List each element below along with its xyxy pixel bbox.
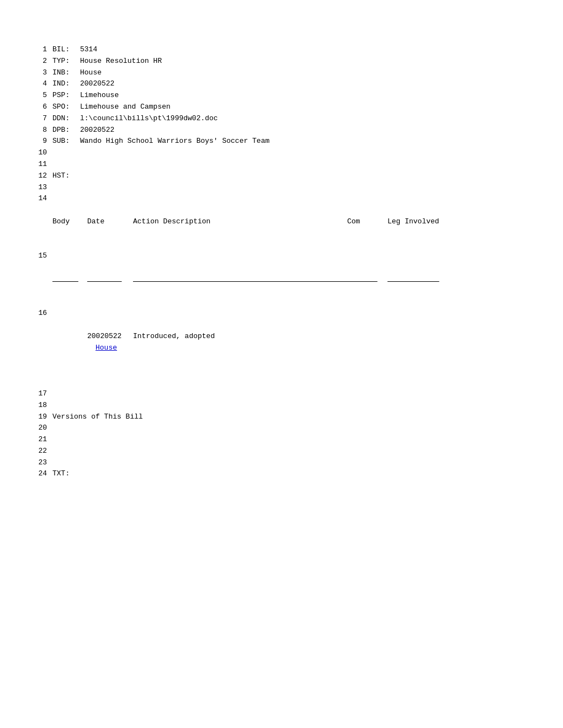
line-num-1: 1 <box>33 44 47 56</box>
line-num-8: 8 <box>33 125 47 136</box>
table-data-row: House 20020522 Introduced, adopted <box>52 331 530 365</box>
line-num-23: 23 <box>33 457 47 469</box>
line-6: 6 SPO:Limehouse and Campsen <box>33 101 530 113</box>
bil-field: BIL:5314 <box>52 44 530 56</box>
line-num-6: 6 <box>33 101 47 113</box>
line-num-4: 4 <box>33 78 47 90</box>
line-5: 5 PSP:Limehouse <box>33 90 530 101</box>
sub-field: SUB:Wando High School Warriors Boys' Soc… <box>52 136 530 147</box>
line-20: 20 <box>33 422 530 434</box>
col-header-com: Com <box>347 216 383 228</box>
line-23: 23 <box>33 457 530 469</box>
line-24: 24 TXT: <box>33 468 530 480</box>
col-header-action: Action Description <box>133 216 343 228</box>
line-num-15: 15 <box>33 250 47 262</box>
line-15: 15 ______ ________ _____________________… <box>33 250 530 308</box>
line-num-17: 17 <box>33 388 47 400</box>
line-21: 21 <box>33 434 530 446</box>
line-3: 3 INB:House <box>33 67 530 79</box>
line-num-12: 12 <box>33 170 47 182</box>
data-leg <box>387 331 448 365</box>
line-num-7: 7 <box>33 113 47 125</box>
line-11: 11 <box>33 159 530 170</box>
line-16: 16 House 20020522 Introduced, adopted <box>33 308 530 388</box>
sep-date: ________ <box>87 274 129 285</box>
line-9: 9 SUB:Wando High School Warriors Boys' S… <box>33 136 530 147</box>
sep-leg: ____________ <box>387 274 448 285</box>
line-num-16: 16 <box>33 308 47 319</box>
line-4: 4 IND:20020522 <box>33 78 530 90</box>
line-num-19: 19 <box>33 411 47 423</box>
col-header-leg: Leg Involved <box>387 216 448 228</box>
sep-action: ________________________________________… <box>133 274 343 285</box>
line-num-9: 9 <box>33 136 47 147</box>
line-19: 19 Versions of This Bill <box>33 411 530 423</box>
line-num-13: 13 <box>33 182 47 194</box>
spo-field: SPO:Limehouse and Campsen <box>52 101 530 113</box>
line-num-5: 5 <box>33 90 47 101</box>
line-num-24: 24 <box>33 468 47 480</box>
psp-field: PSP:Limehouse <box>52 90 530 101</box>
line-13: 13 <box>33 182 530 194</box>
dpb-field: DPB:20020522 <box>52 125 530 136</box>
document-content: 1 BIL:5314 2 TYP:House Resolution HR 3 I… <box>33 44 530 480</box>
col-header-body: Body <box>52 216 83 228</box>
sep-com: _______ <box>347 274 383 285</box>
line-22: 22 <box>33 446 530 457</box>
line-10: 10 <box>33 147 530 159</box>
inb-field: INB:House <box>52 67 530 79</box>
line-num-22: 22 <box>33 446 47 457</box>
line-14: 14 Body Date Action Description Com Leg … <box>33 193 530 250</box>
line-17: 17 <box>33 388 530 400</box>
col-header-date: Date <box>87 216 129 228</box>
table-header-row: Body Date Action Description Com Leg Inv… <box>52 216 530 228</box>
ind-field: IND:20020522 <box>52 78 530 90</box>
line-18: 18 <box>33 400 530 411</box>
data-body-link[interactable]: House <box>52 331 83 365</box>
line-7: 7 DDN:l:\council\bills\pt\1999dw02.doc <box>33 113 530 125</box>
hst-label: HST: <box>52 170 530 182</box>
line-num-18: 18 <box>33 400 47 411</box>
line-num-2: 2 <box>33 56 47 67</box>
line-num-20: 20 <box>33 422 47 434</box>
line-num-3: 3 <box>33 67 47 79</box>
line-num-11: 11 <box>33 159 47 170</box>
ddn-field: DDN:l:\council\bills\pt\1999dw02.doc <box>52 113 530 125</box>
data-action: Introduced, adopted <box>133 331 343 365</box>
data-date: 20020522 <box>87 331 129 365</box>
line-num-21: 21 <box>33 434 47 446</box>
line-num-14: 14 <box>33 193 47 205</box>
line-8: 8 DPB:20020522 <box>33 125 530 136</box>
txt-label: TXT: <box>52 468 530 480</box>
line-12: 12 HST: <box>33 170 530 182</box>
sep-body: ______ <box>52 274 83 285</box>
line-2: 2 TYP:House Resolution HR <box>33 56 530 67</box>
typ-field: TYP:House Resolution HR <box>52 56 530 67</box>
versions-label: Versions of This Bill <box>52 411 530 423</box>
line-1: 1 BIL:5314 <box>33 44 530 56</box>
line-num-10: 10 <box>33 147 47 159</box>
table-separator-row: ______ ________ ________________________… <box>52 274 530 285</box>
data-com <box>347 331 383 365</box>
